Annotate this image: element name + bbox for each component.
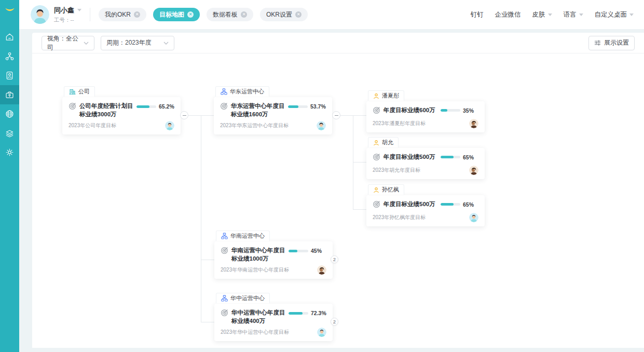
progress-value: 65% [463,201,478,208]
assignee-avatar[interactable] [469,166,478,175]
okr-card[interactable]: 年度目标业绩500万 65% 2023年胡允年度目标 [366,148,485,179]
node-group-label[interactable]: 潘夏彤 [368,90,404,101]
assignee-avatar[interactable] [317,121,326,130]
child-count-badge[interactable]: 2 [331,318,338,326]
org-chart-icon [5,51,15,61]
assignee-avatar[interactable] [469,213,478,222]
okr-node-south-center: 华南运营中心 华南运营中心年度目标业绩1000万 [214,231,333,279]
user-menu[interactable]: 同小鑫 工号：-- [31,5,81,24]
collapse-button[interactable] [180,111,188,119]
assignee-avatar[interactable] [317,328,326,337]
progress-value: 65.2% [159,103,174,110]
menu-skin[interactable]: 皮肤 [532,10,552,19]
tab-okr-settings[interactable]: OKR设置 [260,8,308,21]
objective-title: 年度目标业绩500万 [383,153,437,161]
node-group-label[interactable]: 华中运营中心 [216,293,270,303]
collapse-button[interactable] [332,111,340,119]
okr-card[interactable]: 华南运营中心年度目标业绩1000万 45% 2023年华南运营中心年度目标 [214,241,333,279]
sidebar-item-workbench[interactable] [0,85,19,104]
app-root: 同小鑫 工号：-- 我的OKR 目标地图 数据看板 [0,0,644,352]
progress-bar [288,105,308,108]
progress-indicator: 35% [441,107,478,114]
menu-dingtalk[interactable]: 钉钉 [471,10,484,19]
display-settings-label: 展示设置 [604,38,629,47]
goal-map-canvas[interactable]: 公司 公司年度经营计划目标业绩3000万 [32,53,644,348]
view-filter-value: 视角：全公司 [47,34,84,52]
tab-label: 数据看板 [213,10,238,19]
assignee-avatar[interactable] [469,119,478,128]
close-icon[interactable] [295,11,302,18]
menu-wecom[interactable]: 企业微信 [495,10,521,19]
progress-indicator: 72.3% [289,310,326,316]
connector-line [353,115,366,116]
connector-line [201,115,201,322]
tab-goal-map[interactable]: 目标地图 [153,8,200,21]
close-icon[interactable] [241,11,247,18]
sidebar-item-home[interactable] [0,28,19,47]
layers-icon [5,128,15,138]
close-icon[interactable] [187,11,194,18]
chevron-down-icon [163,42,169,45]
tab-label: 目标地图 [159,10,184,19]
node-group-name: 华南运营中心 [230,232,265,240]
app-logo[interactable] [0,0,19,19]
objective-title: 华南运营中心年度目标业绩1000万 [231,246,285,263]
company-icon [69,88,76,95]
chevron-down-icon [579,13,583,18]
okr-node-person-2: 胡允 年度目标业绩500万 65% [366,137,485,179]
objective-icon [220,102,228,112]
okr-card[interactable]: 年度目标业绩500万 65% 2023年孙忆枫年度目标 [366,195,485,226]
connector-line [353,209,366,210]
objective-subtitle: 2023年潘夏彤年度目标 [373,120,426,127]
okr-card[interactable]: 年度目标业绩600万 35% 2023年潘夏彤年度目标 [366,101,485,132]
objective-subtitle: 2023年公司年度目标 [68,122,116,129]
tab-label: OKR设置 [266,10,292,19]
tab-my-okr[interactable]: 我的OKR [99,8,146,21]
tab-dashboard[interactable]: 数据看板 [207,8,253,21]
okr-node-east-center: 华东运营中心 华东运营中心年度目标业绩1600万 [214,86,332,134]
connector-line [201,260,214,260]
view-filter-select[interactable]: 视角：全公司 [42,36,94,50]
assignee-avatar[interactable] [317,265,326,275]
assignee-avatar[interactable] [165,121,174,130]
child-count-badge[interactable]: 2 [331,255,338,263]
progress-indicator: 65% [441,154,478,160]
menu-language[interactable]: 语言 [564,10,583,19]
node-group-label[interactable]: 胡允 [368,137,399,147]
progress-value: 45% [311,248,326,254]
period-filter-select[interactable]: 周期：2023年度 [101,36,174,50]
progress-bar [289,312,308,315]
menu-custom-desktop[interactable]: 自定义桌面 [595,10,634,19]
okr-card[interactable]: 华东运营中心年度目标业绩1600万 53.7% 2023年华东运营中心年度目标 [214,97,332,134]
department-icon [221,88,227,95]
progress-indicator: 45% [289,248,326,254]
smile-logo-icon [3,3,17,17]
okr-card[interactable]: 华中运营中心年度目标业绩400万 72.3% 2023年华中运营中心年度目标 [214,304,333,341]
objective-title: 年度目标业绩500万 [383,200,437,208]
sidebar-item-globe[interactable] [0,104,19,124]
node-group-label[interactable]: 公司 [64,86,95,97]
main-column: 同小鑫 工号：-- 我的OKR 目标地图 数据看板 [19,0,644,352]
sliders-icon [594,39,601,46]
progress-bar [441,203,460,206]
node-group-label[interactable]: 华东运营中心 [215,86,269,97]
objective-subtitle: 2023年华南运营中心年度目标 [221,266,289,274]
close-icon[interactable] [134,11,140,18]
display-settings-button[interactable]: 展示设置 [588,36,635,50]
chevron-down-icon [84,42,89,45]
node-group-name: 孙忆枫 [382,186,399,194]
objective-title: 华中运营中心年度目标业绩400万 [231,308,285,325]
progress-indicator: 65% [441,201,478,208]
okr-node-central-center: 华中运营中心 华中运营中心年度目标业绩400万 [214,293,333,341]
node-group-label[interactable]: 华南运营中心 [216,231,270,241]
node-group-name: 华中运营中心 [230,294,265,302]
objective-subtitle: 2023年华中运营中心年度目标 [221,329,289,336]
sidebar-item-profile[interactable] [0,66,19,85]
sidebar-item-layers[interactable] [0,124,19,143]
sidebar-item-settings[interactable] [0,143,19,162]
sidebar-item-org[interactable] [0,47,19,66]
okr-card[interactable]: 公司年度经营计划目标业绩3000万 65.2% 2023年公司年度目标 [62,97,181,134]
objective-icon [373,153,380,163]
okr-node-person-3: 孙忆枫 年度目标业绩500万 65% [366,184,485,226]
node-group-label[interactable]: 孙忆枫 [368,184,404,195]
